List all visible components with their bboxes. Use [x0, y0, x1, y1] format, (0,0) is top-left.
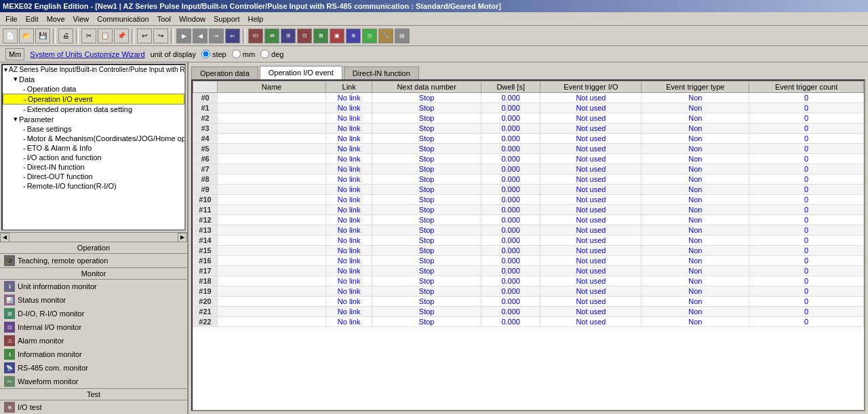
row-event-type[interactable]: Non [642, 134, 749, 144]
row-event-io[interactable]: Not used [540, 246, 642, 256]
row-name[interactable] [218, 113, 326, 124]
row-next[interactable]: Stop [372, 134, 481, 144]
row-link[interactable]: No link [326, 174, 372, 185]
tree-data[interactable]: ▾ Data [3, 74, 184, 84]
toolbar-btn6[interactable]: ⇄ [264, 29, 279, 43]
row-dwell[interactable]: 0.000 [481, 276, 540, 286]
row-next[interactable]: Stop [372, 93, 481, 103]
table-row[interactable]: #6 No link Stop 0.000 Not used Non 0 [193, 154, 864, 164]
status-monitor-item[interactable]: 📊 Status monitor [0, 293, 187, 307]
row-link[interactable]: No link [326, 317, 372, 327]
row-dwell[interactable]: 0.000 [481, 225, 540, 236]
row-dwell[interactable]: 0.000 [481, 154, 540, 164]
table-row[interactable]: #10 No link Stop 0.000 Not used Non 0 [193, 195, 864, 205]
row-next[interactable]: Stop [372, 124, 481, 134]
row-event-count[interactable]: 0 [749, 225, 864, 236]
row-dwell[interactable]: 0.000 [481, 164, 540, 174]
row-name[interactable] [218, 174, 326, 185]
rs485-monitor-item[interactable]: 📡 RS-485 com. monitor [0, 361, 187, 375]
row-event-io[interactable]: Not used [540, 276, 642, 286]
row-event-io[interactable]: Not used [540, 195, 642, 205]
toolbar-btn10[interactable]: ▣ [330, 29, 344, 43]
radio-step-label[interactable]: step [201, 50, 226, 58]
row-name[interactable] [218, 246, 326, 256]
row-event-type[interactable]: Non [642, 144, 749, 154]
teaching-remote-item[interactable]: 🎓 Teaching, remote operation [0, 254, 187, 267]
table-row[interactable]: #12 No link Stop 0.000 Not used Non 0 [193, 215, 864, 225]
row-link[interactable]: No link [326, 307, 372, 317]
row-link[interactable]: No link [326, 164, 372, 174]
row-name[interactable] [218, 297, 326, 307]
tree-remote-io[interactable]: - Remote-I/O function(R-I/O) [3, 181, 184, 191]
toolbar-redo[interactable]: ↪ [153, 29, 168, 43]
table-row[interactable]: #22 No link Stop 0.000 Not used Non 0 [193, 317, 864, 327]
row-event-io[interactable]: Not used [540, 215, 642, 225]
toolbar-undo[interactable]: ↩ [137, 29, 152, 43]
row-event-count[interactable]: 0 [749, 317, 864, 327]
row-next[interactable]: Stop [372, 276, 481, 286]
row-event-type[interactable]: Non [642, 236, 749, 246]
row-event-io[interactable]: Not used [540, 225, 642, 236]
menu-edit[interactable]: Edit [22, 14, 43, 24]
row-dwell[interactable]: 0.000 [481, 266, 540, 276]
row-name[interactable] [218, 317, 326, 327]
row-name[interactable] [218, 205, 326, 215]
row-name[interactable] [218, 236, 326, 246]
row-link[interactable]: No link [326, 134, 372, 144]
table-row[interactable]: #5 No link Stop 0.000 Not used Non 0 [193, 144, 864, 154]
tab-operation-io-event[interactable]: Operation I/O event [260, 66, 342, 79]
menu-communication[interactable]: Communication [93, 14, 153, 24]
dio-monitor-item[interactable]: ⊞ D-I/O, R-I/O monitor [0, 307, 187, 320]
row-next[interactable]: Stop [372, 246, 481, 256]
row-event-count[interactable]: 0 [749, 276, 864, 286]
row-link[interactable]: No link [326, 124, 372, 134]
waveform-monitor-item[interactable]: 〜 Waveform monitor [0, 375, 187, 388]
row-event-count[interactable]: 0 [749, 307, 864, 317]
row-event-type[interactable]: Non [642, 256, 749, 266]
row-dwell[interactable]: 0.000 [481, 124, 540, 134]
row-event-count[interactable]: 0 [749, 215, 864, 225]
row-next[interactable]: Stop [372, 144, 481, 154]
row-event-type[interactable]: Non [642, 215, 749, 225]
alarm-monitor-item[interactable]: ⚠ Alarm monitor [0, 334, 187, 347]
row-link[interactable]: No link [326, 195, 372, 205]
row-event-type[interactable]: Non [642, 246, 749, 256]
row-next[interactable]: Stop [372, 297, 481, 307]
menu-help[interactable]: Help [244, 14, 268, 24]
wizard-label[interactable]: System of Units Customize Wizard [30, 50, 144, 58]
row-event-count[interactable]: 0 [749, 185, 864, 195]
row-next[interactable]: Stop [372, 205, 481, 215]
row-dwell[interactable]: 0.000 [481, 286, 540, 297]
toolbar-btn7[interactable]: ⊞ [281, 29, 296, 43]
table-row[interactable]: #18 No link Stop 0.000 Not used Non 0 [193, 276, 864, 286]
toolbar-cut[interactable]: ✂ [81, 29, 96, 43]
row-event-io[interactable]: Not used [540, 286, 642, 297]
row-event-io[interactable]: Not used [540, 236, 642, 246]
row-event-io[interactable]: Not used [540, 174, 642, 185]
io-test-item[interactable]: ⊕ I/O test [0, 400, 187, 414]
row-event-io[interactable]: Not used [540, 205, 642, 215]
toolbar-copy[interactable]: 📋 [98, 29, 113, 43]
toolbar-btn12[interactable]: ◎ [362, 29, 377, 43]
row-event-type[interactable]: Non [642, 286, 749, 297]
row-link[interactable]: No link [326, 225, 372, 236]
row-name[interactable] [218, 93, 326, 103]
table-row[interactable]: #9 No link Stop 0.000 Not used Non 0 [193, 185, 864, 195]
tree-direct-in[interactable]: - Direct-IN function [3, 162, 184, 172]
row-event-type[interactable]: Non [642, 225, 749, 236]
table-row[interactable]: #17 No link Stop 0.000 Not used Non 0 [193, 266, 864, 276]
row-dwell[interactable]: 0.000 [481, 144, 540, 154]
row-link[interactable]: No link [326, 286, 372, 297]
row-event-count[interactable]: 0 [749, 154, 864, 164]
row-event-count[interactable]: 0 [749, 205, 864, 215]
row-link[interactable]: No link [326, 113, 372, 124]
menu-file[interactable]: File [1, 14, 22, 24]
row-event-count[interactable]: 0 [749, 134, 864, 144]
table-row[interactable]: #8 No link Stop 0.000 Not used Non 0 [193, 174, 864, 185]
scroll-right-btn[interactable]: ▶ [178, 233, 187, 242]
row-dwell[interactable]: 0.000 [481, 134, 540, 144]
menu-view[interactable]: View [69, 14, 94, 24]
toolbar-btn1[interactable]: ▶ [176, 29, 191, 43]
tree-area[interactable]: ▾ AZ Series Pulse Input/Built-in Control… [1, 64, 186, 231]
row-event-count[interactable]: 0 [749, 195, 864, 205]
